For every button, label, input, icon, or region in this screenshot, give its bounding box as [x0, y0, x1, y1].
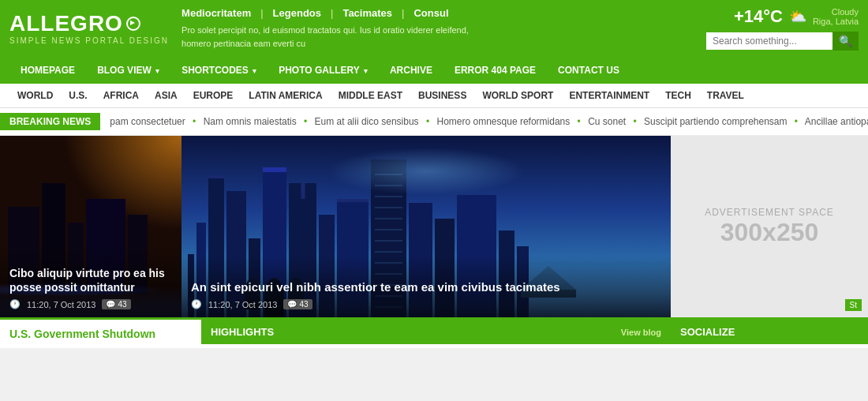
subnav-asia[interactable]: ASIA	[147, 84, 185, 107]
search-input[interactable]	[706, 32, 832, 50]
subnav-world[interactable]: WORLD	[9, 84, 61, 107]
subnav-travel[interactable]: TRAVEL	[699, 84, 752, 107]
nav-photo-gallery[interactable]: PHOTO GALLERY ▾	[268, 57, 379, 84]
subnav-africa[interactable]: AFRICA	[95, 84, 147, 107]
dropdown-arrow: ▾	[253, 67, 256, 75]
ad-corner-label: St	[845, 299, 862, 311]
featured-large-card[interactable]: An sint epicuri vel nibh assentior te ea…	[181, 136, 671, 317]
logo-icon	[126, 17, 140, 31]
content-area: Cibo aliquip virtute pro ea his posse po…	[0, 136, 868, 317]
sub-navigation: WORLD U.S. AFRICA ASIA EUROPE LATIN AMER…	[0, 84, 868, 108]
socialize-section: SOCIALIZE	[671, 320, 868, 348]
ticker-item: Nam omnis maiestatis	[204, 116, 297, 127]
ad-label: ADVERTISEMENT SPACE	[705, 207, 834, 218]
subnav-tech[interactable]: TECH	[657, 84, 699, 107]
small-card-title: Cibo aliquip virtute pro ea his posse po…	[9, 266, 172, 294]
breaking-news-ticker: pam consectetuer • Nam omnis maiestatis …	[110, 116, 868, 127]
nav-legendos[interactable]: Legendos	[273, 7, 321, 19]
subnav-middle-east[interactable]: MIDDLE EAST	[331, 84, 410, 107]
small-card-comments: 💬 43	[102, 299, 130, 309]
subnav-europe[interactable]: EUROPE	[185, 84, 241, 107]
featured-small-card[interactable]: Cibo aliquip virtute pro ea his posse po…	[0, 136, 181, 317]
breaking-news-bar: BREAKING NEWS pam consectetuer • Nam omn…	[0, 108, 868, 136]
ticker-item: Ancillae antiopam co	[805, 116, 868, 127]
highlights-header: HIGHLIGHTS View blog	[201, 320, 671, 344]
search-button[interactable]: 🔍	[832, 32, 859, 51]
ticker-item: Homero omnesque reformidans	[437, 116, 571, 127]
dropdown-arrow: ▾	[155, 67, 159, 75]
ticker-item: pam consectetuer	[110, 116, 185, 127]
ticker-item: Cu sonet	[588, 116, 626, 127]
subnav-us[interactable]: U.S.	[61, 84, 95, 107]
clock-icon: 🕐	[9, 299, 21, 309]
weather-location: Riga, Latvia	[813, 17, 859, 26]
header-nav: Mediocritatem | Legendos | Tacimates | C…	[181, 7, 694, 19]
nav-tacimates[interactable]: Tacimates	[342, 7, 392, 19]
logo-subtitle: SIMPLE NEWS PORTAL DESIGN	[9, 36, 169, 45]
header-description: Pro solet percipit no, id euismod tracta…	[181, 24, 694, 50]
nav-consul[interactable]: Consul	[413, 7, 448, 19]
main-navigation: HOMEPAGE BLOG VIEW ▾ SHORTCODES ▾ PHOTO …	[0, 57, 868, 84]
dropdown-arrow: ▾	[364, 67, 368, 75]
comment-icon: 💬	[287, 300, 297, 309]
logo-title: ALLEGRO	[9, 13, 123, 35]
nav-sep-1: |	[260, 7, 263, 19]
large-card-comments: 💬 43	[283, 299, 312, 309]
large-card-time: 11:20, 7 Oct 2013	[208, 300, 277, 309]
large-card-meta: 🕐 11:20, 7 Oct 2013 💬 43	[191, 299, 661, 309]
weather-widget: +14°C ⛅ Cloudy Riga, Latvia	[734, 6, 859, 27]
clock-icon: 🕐	[191, 299, 202, 309]
weather-icon: ⛅	[789, 8, 806, 25]
nav-blog-view[interactable]: BLOG VIEW ▾	[86, 57, 170, 84]
comment-icon: 💬	[106, 300, 115, 309]
ticker-item: Suscipit partiendo comprehensam	[644, 116, 787, 127]
highlights-section: HIGHLIGHTS View blog	[201, 320, 671, 348]
ticker-item: Eum at alii dico sensibus	[315, 116, 419, 127]
subnav-entertainment[interactable]: ENTERTAINMENT	[561, 84, 657, 107]
bottom-left-section: U.S. Government Shutdown	[0, 320, 201, 348]
nav-contact[interactable]: CONTACT US	[547, 57, 630, 84]
socialize-header: SOCIALIZE	[671, 320, 868, 344]
bottom-row: U.S. Government Shutdown HIGHLIGHTS View…	[0, 317, 868, 348]
search-bar: 🔍	[706, 32, 859, 51]
view-blog-link[interactable]: View blog	[621, 328, 661, 337]
nav-shortcodes[interactable]: SHORTCODES ▾	[170, 57, 268, 84]
nav-sep-3: |	[402, 7, 404, 19]
large-card-overlay: An sint epicuri vel nibh assentior te ea…	[181, 256, 671, 318]
small-card-meta: 🕐 11:20, 7 Oct 2013 💬 43	[9, 299, 172, 309]
nav-sep-2: |	[331, 7, 333, 19]
weather-condition: Cloudy	[813, 7, 859, 17]
ad-size: 300x250	[720, 218, 819, 247]
breaking-news-label: BREAKING NEWS	[0, 113, 100, 130]
small-card-time: 11:20, 7 Oct 2013	[27, 300, 95, 309]
subnav-business[interactable]: BUSINESS	[410, 84, 474, 107]
nav-mediocritatem[interactable]: Mediocritatem	[181, 7, 251, 19]
large-card-title: An sint epicuri vel nibh assentior te ea…	[191, 279, 570, 295]
header-right: +14°C ⛅ Cloudy Riga, Latvia 🔍	[706, 6, 859, 51]
nav-error-404[interactable]: ERROR 404 PAGE	[443, 57, 547, 84]
logo-area: ALLEGRO SIMPLE NEWS PORTAL DESIGN	[9, 13, 169, 45]
socialize-label: SOCIALIZE	[680, 326, 735, 338]
highlights-label: HIGHLIGHTS	[211, 326, 274, 338]
subnav-latin-america[interactable]: LATIN AMERICA	[241, 84, 330, 107]
advertisement-space: ADVERTISEMENT SPACE 300x250 St	[671, 136, 868, 317]
header-center: Mediocritatem | Legendos | Tacimates | C…	[181, 7, 694, 50]
nav-archive[interactable]: ARCHIVE	[379, 57, 443, 84]
nav-homepage[interactable]: HOMEPAGE	[9, 57, 86, 84]
subnav-world-sport[interactable]: WORLD SPORT	[474, 84, 561, 107]
bottom-left-title[interactable]: U.S. Government Shutdown	[9, 328, 192, 340]
weather-temp: +14°C	[734, 6, 783, 27]
small-card-overlay: Cibo aliquip virtute pro ea his posse po…	[0, 242, 181, 317]
site-header: ALLEGRO SIMPLE NEWS PORTAL DESIGN Medioc…	[0, 0, 868, 57]
